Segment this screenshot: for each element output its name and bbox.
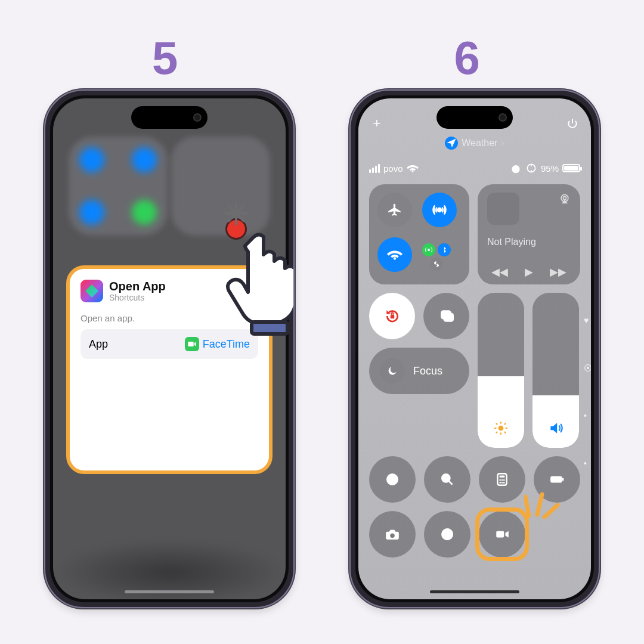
svg-rect-22	[552, 478, 555, 481]
calculator-icon[interactable]	[479, 456, 525, 503]
svg-point-3	[428, 249, 430, 251]
svg-rect-25	[496, 531, 504, 538]
svg-point-15	[499, 479, 501, 481]
airplay-icon[interactable]	[559, 193, 571, 207]
svg-point-9	[499, 426, 504, 431]
now-playing-tile[interactable]: Not Playing ◀◀ ▶ ▶▶	[478, 184, 580, 284]
highlight-rays-icon	[524, 491, 560, 521]
connectivity-tile[interactable]	[369, 184, 469, 284]
forward-icon[interactable]: ▶▶	[550, 265, 566, 278]
page-indicators: ♥ ⦿ • •	[584, 315, 591, 468]
alarm-icon	[510, 162, 522, 174]
brightness-slider[interactable]	[478, 293, 524, 448]
moon-icon	[380, 358, 405, 383]
svg-point-19	[501, 482, 503, 484]
power-icon[interactable]	[565, 116, 580, 131]
dark-mode-icon[interactable]	[424, 511, 470, 558]
svg-rect-14	[500, 476, 505, 478]
bluetooth-icon[interactable]	[438, 243, 451, 256]
status-bar: povo 95%	[369, 160, 580, 176]
wifi-status-icon	[407, 162, 419, 174]
play-icon[interactable]: ▶	[525, 265, 533, 278]
svg-point-2	[438, 208, 442, 212]
dynamic-island	[436, 106, 513, 129]
carrier-name: povo	[383, 163, 403, 174]
step-number-6: 6	[454, 31, 480, 85]
orientation-icon	[525, 162, 537, 174]
shortcuts-app-icon	[80, 280, 103, 302]
screen-record-icon[interactable]	[369, 456, 416, 503]
home-indicator[interactable]	[430, 590, 519, 593]
svg-point-18	[499, 482, 501, 484]
personal-hotspot-icon[interactable]	[430, 258, 443, 271]
svg-rect-6	[390, 315, 394, 319]
svg-rect-0	[252, 322, 287, 334]
video-camera-icon[interactable]	[479, 511, 525, 558]
battery-percentage: 95%	[541, 163, 559, 174]
airdrop-icon[interactable]	[422, 193, 457, 227]
heart-icon: ♥	[584, 315, 591, 325]
phone-step-6: + Weather ›	[349, 89, 600, 608]
svg-line-26	[525, 497, 529, 516]
orientation-lock-icon[interactable]	[369, 293, 415, 339]
airplane-icon[interactable]	[377, 193, 412, 227]
volume-slider[interactable]	[532, 293, 579, 448]
location-icon	[445, 137, 458, 150]
home-indicator[interactable]	[125, 590, 214, 593]
add-control-button[interactable]: +	[369, 116, 385, 131]
svg-line-27	[537, 494, 542, 515]
card-title: Open App	[109, 280, 166, 293]
phone-step-5: Open App Shortcuts Open an app. App Face…	[44, 89, 295, 608]
svg-rect-8	[444, 314, 453, 321]
tap-burst-icon	[218, 211, 254, 247]
screen-mirroring-icon[interactable]	[423, 293, 469, 339]
tap-gesture-indicator	[212, 222, 295, 347]
foreground-app-name: Weather	[462, 138, 497, 148]
album-art-placeholder	[487, 193, 519, 225]
svg-point-11	[391, 478, 395, 482]
foreground-app-pill[interactable]: Weather ›	[369, 137, 580, 150]
cellular-signal-icon	[369, 164, 380, 173]
dynamic-island	[131, 106, 208, 129]
battery-icon	[562, 164, 580, 172]
now-playing-text: Not Playing	[487, 237, 571, 247]
svg-point-16	[501, 479, 503, 481]
wifi-icon[interactable]	[377, 237, 412, 272]
volume-icon	[548, 420, 564, 438]
step-number-5: 5	[152, 31, 178, 85]
focus-label: Focus	[413, 365, 442, 377]
svg-point-23	[390, 533, 395, 538]
svg-point-20	[503, 482, 505, 484]
row-label: App	[89, 338, 108, 351]
svg-point-5	[564, 197, 566, 200]
svg-line-28	[544, 505, 558, 517]
card-subtitle: Shortcuts	[109, 293, 166, 302]
magnifier-icon[interactable]	[424, 456, 470, 503]
chevron-right-icon: ›	[501, 138, 504, 148]
brightness-icon	[493, 420, 509, 438]
rewind-icon[interactable]: ◀◀	[491, 265, 508, 278]
svg-point-17	[503, 479, 505, 481]
cellular-icon[interactable]	[422, 243, 435, 256]
facetime-app-icon	[185, 337, 199, 351]
focus-button[interactable]: Focus	[369, 348, 469, 394]
blurred-tile	[69, 137, 168, 236]
camera-icon[interactable]	[369, 511, 416, 558]
hearing-icon: ⦿	[584, 363, 591, 373]
